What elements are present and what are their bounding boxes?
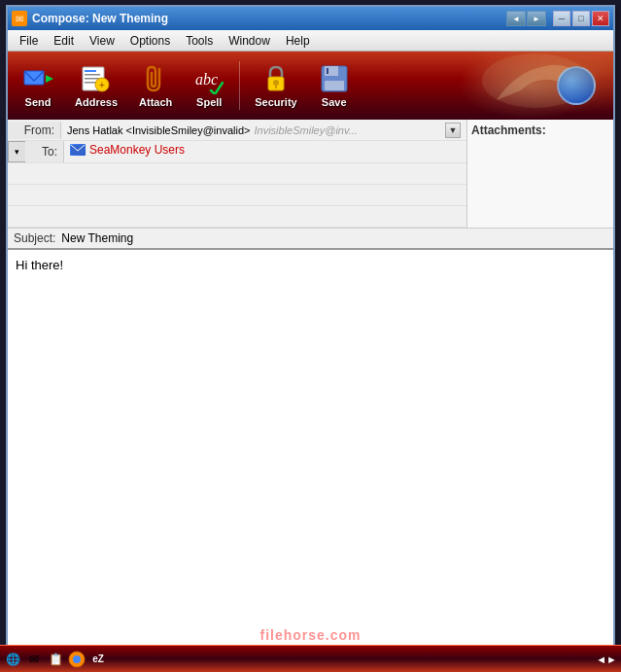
to-label: To: [25, 141, 64, 162]
toolbar: Send + Address [8, 52, 613, 120]
nav-back-button[interactable]: ◄ [506, 11, 526, 26]
security-label: Security [255, 96, 296, 108]
taskbar-volume[interactable]: ◄► [596, 654, 617, 665]
nav-forward-button[interactable]: ► [527, 11, 546, 26]
attach-button[interactable]: Attach [130, 58, 181, 113]
menu-window[interactable]: Window [221, 32, 278, 50]
to-expand-button[interactable]: ▾ [8, 141, 25, 162]
app-icon: ✉ [12, 11, 27, 26]
toolbar-separator [239, 61, 240, 110]
svg-rect-15 [327, 68, 328, 74]
close-button[interactable]: ✕ [592, 11, 609, 26]
subject-row: Subject: New Theming [8, 229, 613, 250]
address-button[interactable]: + Address [66, 58, 126, 113]
menubar: File Edit View Options Tools Window Help [8, 30, 613, 52]
from-dropdown[interactable]: ▼ [445, 123, 461, 138]
menu-options[interactable]: Options [122, 32, 178, 50]
compose-body[interactable]: Hi there! [8, 250, 613, 653]
header-area: From: Jens Hatlak <InvisibleSmiley@inval… [8, 120, 613, 229]
extra-row-2 [8, 185, 466, 206]
maximize-button[interactable]: □ [572, 11, 590, 26]
body-text: Hi there! [16, 258, 63, 272]
from-label: From: [8, 122, 61, 139]
spell-icon: abc [193, 63, 224, 94]
attach-icon [140, 63, 171, 94]
taskbar: 🌐 ✉ 📋 eZ ◄► [0, 645, 621, 672]
from-row: From: Jens Hatlak <InvisibleSmiley@inval… [8, 120, 466, 141]
spell-label: Spell [196, 96, 222, 108]
menu-view[interactable]: View [82, 32, 122, 50]
taskbar-icon-clipboard[interactable]: 📋 [47, 651, 64, 668]
subject-value: New Theming [61, 231, 133, 245]
taskbar-right: ◄► [596, 654, 617, 665]
svg-text:+: + [99, 80, 105, 90]
send-button[interactable]: Send [14, 58, 62, 113]
taskbar-icon-globe[interactable]: 🌐 [4, 651, 21, 668]
menu-tools[interactable]: Tools [178, 32, 221, 50]
security-icon [260, 63, 292, 94]
send-label: Send [25, 96, 52, 108]
taskbar-icon-ez[interactable]: eZ [89, 651, 107, 668]
save-icon [319, 63, 350, 94]
svg-rect-12 [275, 85, 277, 88]
from-main-text: Jens Hatlak <InvisibleSmiley@invalid> [67, 124, 250, 136]
send-icon [22, 63, 53, 94]
titlebar: ✉ Compose: New Theming ◄ ► ─ □ ✕ [8, 7, 613, 30]
window-title: Compose: New Theming [32, 12, 168, 25]
from-italic-text: InvisibleSmiley@inv... [254, 124, 357, 136]
svg-rect-3 [85, 70, 96, 72]
to-value: SeaMonkey Users [64, 141, 466, 159]
attachments-label: Attachments: [471, 124, 546, 137]
to-row: ▾ To: SeaMonkey Users [8, 141, 466, 163]
compose-window: ✉ Compose: New Theming ◄ ► ─ □ ✕ File Ed… [6, 5, 615, 654]
save-button[interactable]: Save [310, 58, 359, 113]
attach-label: Attach [139, 96, 172, 108]
extra-row-3 [8, 206, 466, 228]
svg-marker-1 [46, 75, 53, 83]
minimize-button[interactable]: ─ [553, 11, 570, 26]
extra-row-1 [8, 163, 466, 185]
globe-icon [557, 66, 596, 105]
security-button[interactable]: Security [246, 58, 305, 113]
menu-help[interactable]: Help [278, 32, 318, 50]
address-label: Address [75, 96, 118, 108]
taskbar-icons: 🌐 ✉ 📋 eZ [4, 651, 107, 668]
recipient-icon [70, 144, 86, 156]
attachments-panel: Attachments: [467, 120, 613, 228]
header-fields: From: Jens Hatlak <InvisibleSmiley@inval… [8, 120, 467, 228]
toolbar-decoration [458, 52, 604, 120]
address-icon: + [81, 63, 112, 94]
menu-edit[interactable]: Edit [46, 32, 82, 50]
from-value: Jens Hatlak <InvisibleSmiley@invalid> In… [61, 121, 466, 140]
svg-rect-6 [85, 82, 96, 84]
subject-label: Subject: [14, 231, 55, 245]
taskbar-icon-browser[interactable] [68, 651, 86, 668]
svg-point-22 [73, 655, 81, 663]
spell-button[interactable]: abc Spell [185, 58, 233, 113]
svg-rect-16 [325, 81, 344, 90]
save-label: Save [322, 96, 347, 108]
svg-text:abc: abc [195, 71, 218, 88]
recipient-name: SeaMonkey Users [89, 143, 185, 157]
taskbar-icon-mail[interactable]: ✉ [25, 651, 43, 668]
svg-rect-4 [85, 74, 100, 76]
menu-file[interactable]: File [12, 32, 46, 50]
